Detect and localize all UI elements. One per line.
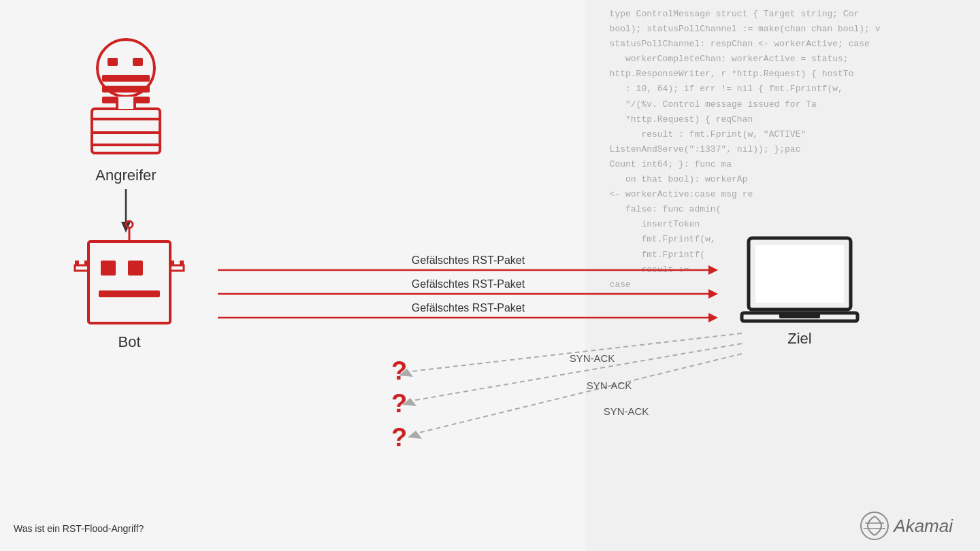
svg-marker-42 [408,431,422,439]
svg-rect-18 [75,261,79,265]
svg-rect-2 [102,86,150,93]
rst-label-2: Gefälschtes RST-Paket [412,278,525,290]
svg-rect-10 [117,97,135,109]
svg-rect-19 [84,261,88,265]
svg-rect-17 [170,265,184,271]
code-background: type ControlMessage struct { Target stri… [585,0,980,551]
akamai-logo: Akamai [860,511,953,541]
attacker-label-text: Angreifer [95,167,156,184]
svg-rect-1 [102,75,150,82]
svg-rect-4 [108,58,118,66]
question-mark-3: ? [391,423,407,452]
svg-rect-21 [180,261,184,265]
rst-label-3: Gefälschtes RST-Paket [412,302,525,314]
svg-rect-15 [88,241,170,323]
svg-rect-22 [101,261,116,276]
akamai-text: Akamai [894,516,953,537]
rst-label-1: Gefälschtes RST-Paket [412,254,525,266]
svg-point-0 [97,39,154,97]
svg-marker-14 [121,222,131,233]
svg-rect-24 [99,290,160,297]
svg-rect-16 [75,265,88,271]
question-mark-2: ? [391,389,407,418]
svg-marker-38 [399,369,413,377]
svg-rect-20 [170,261,174,265]
svg-marker-40 [402,398,416,406]
svg-rect-23 [128,261,143,276]
bot-label-text: Bot [118,333,140,350]
code-text: type ControlMessage struct { Target stri… [585,0,980,299]
akamai-icon [860,511,889,541]
svg-rect-5 [133,58,143,66]
svg-point-26 [126,221,133,228]
bottom-label: Was ist ein RST-Flood-Angriff? [14,523,144,534]
svg-rect-6 [92,109,160,153]
question-mark-1: ? [391,356,407,385]
svg-rect-3 [102,97,150,103]
